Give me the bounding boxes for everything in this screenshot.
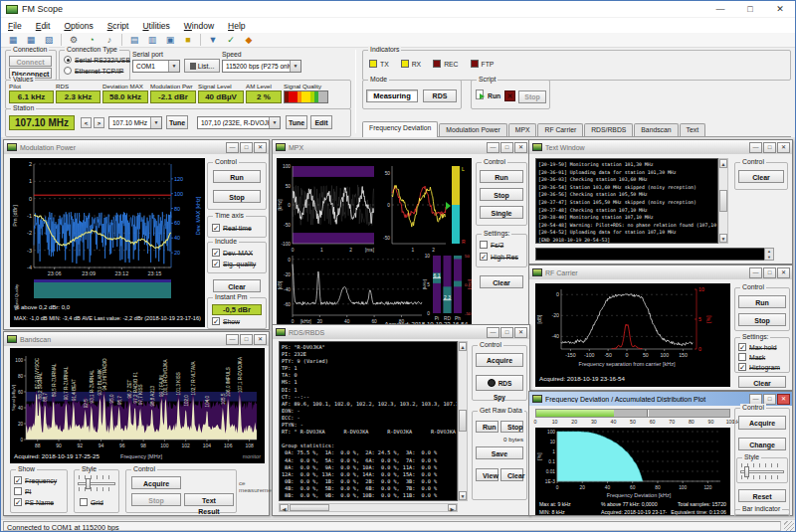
station-next-button[interactable]: > (94, 117, 104, 128)
lock-layout-icon[interactable]: ■ (180, 34, 196, 47)
mp-devmax-checkbox[interactable]: ✓Dev. MAX (212, 249, 253, 257)
menu-script[interactable]: Script (100, 21, 136, 31)
fd-style-slider[interactable] (740, 463, 784, 479)
mpx-single-button[interactable]: Single (480, 206, 523, 219)
maximize-button[interactable]: □ (500, 142, 513, 153)
tab-mpx[interactable]: MPX (508, 123, 537, 136)
rds-raw-run-button[interactable]: Run (476, 421, 498, 433)
rf-stop-button[interactable]: Stop (738, 313, 786, 326)
bs-textresult-button[interactable]: Text Result (184, 493, 234, 506)
rds-text-area[interactable]: PS: "R-DVOJKA"PI: 232EPTY: 9 (Varied)TP:… (279, 341, 458, 501)
script-run-button[interactable]: Run (488, 92, 500, 99)
tile-vertical-icon[interactable]: ▣ (162, 34, 178, 47)
rds-view-button[interactable]: View (476, 468, 498, 481)
tab-modulation-power[interactable]: Modulation Power (439, 123, 506, 136)
rds-spy-button[interactable]: RDS Spy (476, 375, 523, 391)
tab-rf-carrier[interactable]: RF Carrier (537, 123, 583, 136)
rds-titlebar[interactable]: RDS/RBDS —□✕ (273, 325, 529, 339)
radio-serial-icon[interactable] (64, 56, 72, 64)
mp-run-button[interactable]: Run (213, 170, 261, 183)
scrollbar[interactable]: ▲▼ (718, 158, 728, 244)
menu-window[interactable]: Window (177, 21, 221, 31)
log-text-area[interactable]: [20-19-50] Monitoring station 101,30 MHz… (535, 158, 718, 244)
maximize-button[interactable]: □ (735, 4, 765, 14)
maximize-button[interactable]: □ (240, 334, 253, 345)
bs-grid-checkbox[interactable]: Grid (80, 498, 103, 506)
menu-help[interactable]: Help (221, 21, 252, 31)
close-icon[interactable]: ✕ (777, 142, 790, 153)
rds-raw-stop-button[interactable]: Stop (500, 421, 523, 433)
bandscan-titlebar[interactable]: Bandscan —□✕ (4, 332, 269, 346)
maximize-button[interactable]: □ (763, 142, 776, 153)
menu-options[interactable]: Options (57, 21, 100, 31)
bs-psname-checkbox[interactable]: ✓PS Name (14, 498, 54, 506)
minimize-button[interactable]: — (749, 267, 762, 278)
close-button[interactable]: ✕ (765, 4, 795, 14)
serial-port-combo[interactable]: COM1▼ (132, 60, 180, 73)
mp-show-checkbox[interactable]: ✓Show (212, 317, 240, 325)
rf-histogram-checkbox[interactable]: ✓Histogram (738, 363, 780, 371)
rds-acquire-button[interactable]: Acquire (476, 353, 523, 367)
minimize-button[interactable]: — (705, 4, 735, 14)
tab-frequency-deviation[interactable]: Frequency Deviation (362, 121, 438, 137)
resize-grip[interactable] (784, 521, 794, 531)
fd-reset-button[interactable]: Reset (738, 489, 786, 502)
cascade-windows-icon[interactable]: ▤ (126, 34, 142, 47)
minimize-button[interactable]: — (487, 142, 499, 153)
connect-button[interactable]: Connect (9, 56, 52, 67)
close-icon[interactable]: ✕ (254, 334, 267, 345)
rds-mode-button[interactable]: RDS (423, 89, 457, 102)
mpx-run-button[interactable]: Run (480, 170, 523, 183)
edit-station-button[interactable]: Edit (310, 115, 332, 129)
about-icon[interactable]: ◆ (241, 34, 257, 47)
audio-icon[interactable]: ♪ (101, 34, 117, 47)
script-stop-button[interactable]: Stop (518, 90, 546, 103)
close-icon[interactable]: ✕ (514, 142, 527, 153)
tab-rds-rbds[interactable]: RDS/RBDS (584, 123, 633, 136)
save-all-icon[interactable]: ▦ (23, 34, 39, 47)
tw-clear-button[interactable]: Clear (738, 170, 784, 183)
menu-edit[interactable]: Edit (29, 21, 58, 31)
mpx-highres-checkbox[interactable]: ✓High Res (480, 253, 518, 261)
maximize-button[interactable]: □ (240, 142, 253, 153)
fd-acquire-button[interactable]: Acquire (738, 416, 786, 430)
rf-run-button[interactable]: Run (738, 295, 786, 308)
mpx-fs2-checkbox[interactable]: Fs/2 (480, 241, 503, 249)
minimize-button[interactable]: — (749, 394, 762, 405)
command-input[interactable] (535, 248, 774, 261)
bs-style-slider[interactable] (78, 475, 115, 491)
rf-clear-button[interactable]: Clear (738, 376, 786, 388)
tune-button-1[interactable]: Tune (166, 115, 188, 129)
text-window-titlebar[interactable]: Text Window —□✕ (529, 140, 792, 154)
export-icon[interactable]: ▧ (41, 34, 57, 47)
radio-serial-rs232[interactable]: Serial RS232/USB (64, 56, 130, 64)
spinner-control[interactable]: ▲▼ (764, 248, 774, 261)
tab-text[interactable]: Text (680, 123, 705, 136)
list-ports-button[interactable]: List... (184, 59, 220, 73)
rf-mask-checkbox[interactable]: Mask (738, 353, 765, 361)
tab-bandscan[interactable]: Bandscan (634, 123, 678, 136)
close-icon[interactable]: ✕ (254, 142, 267, 153)
minimize-button[interactable]: — (487, 327, 499, 338)
radio-ethernet-tcpip[interactable]: Ethernet TCP/IP (64, 67, 123, 75)
fd-change-button[interactable]: Change (738, 438, 786, 450)
maximize-button[interactable]: □ (500, 327, 513, 338)
station-preset-combo[interactable]: 107,10 (232E, R-DVOJKA)▼ (197, 116, 281, 129)
modulation-power-titlebar[interactable]: Modulation Power —□✕ (4, 140, 269, 154)
radio-ethernet-icon[interactable] (64, 67, 72, 75)
minimize-button[interactable]: — (749, 142, 762, 153)
menu-utilities[interactable]: Utilities (135, 21, 176, 31)
tune-button-2[interactable]: Tune (286, 115, 307, 129)
menu-file[interactable]: File (1, 21, 29, 31)
bs-acquire-button[interactable]: Acquire (131, 476, 181, 489)
close-icon[interactable]: ✕ (777, 394, 790, 405)
maximize-button[interactable]: □ (763, 394, 776, 405)
bs-pi-checkbox[interactable]: PI (14, 487, 31, 495)
rf-carrier-titlebar[interactable]: RF Carrier —□✕ (529, 266, 792, 279)
chevron-down-icon[interactable]: ▼ (290, 61, 300, 72)
bs-stop-button[interactable]: Stop (131, 493, 181, 506)
rds-clear-button[interactable]: Clear (500, 468, 523, 481)
chevron-down-icon[interactable]: ▼ (150, 117, 161, 128)
rds-save-button[interactable]: Save (476, 446, 523, 459)
timer-icon[interactable]: ◔ (84, 34, 100, 47)
